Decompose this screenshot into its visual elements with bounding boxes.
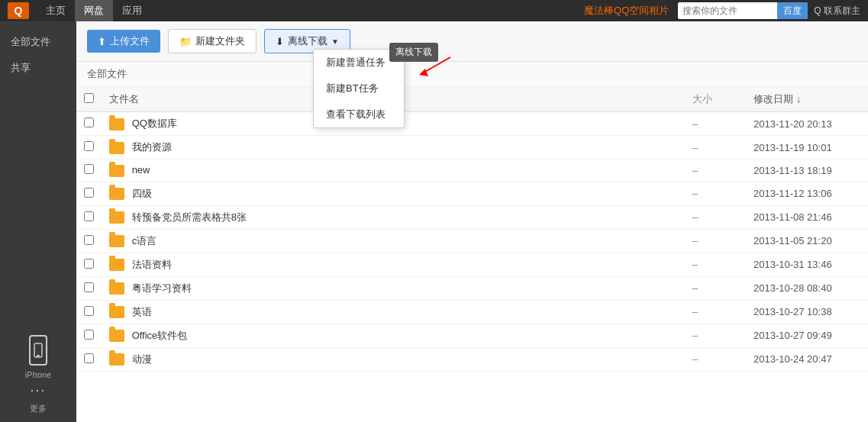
nav-apps[interactable]: 应用 [113,0,151,21]
row-size: – [685,300,746,324]
newfolder-button[interactable]: 📁 新建文件夹 [168,29,257,53]
table-row: 法语资料 – 2013-10-31 13:46 [76,253,868,276]
folder-icon [109,211,124,224]
table-row: 粤语学习资料 – 2013-10-28 08:40 [76,276,868,300]
table-row: 英语 – 2013-10-27 10:38 [76,300,868,324]
row-size: – [685,136,746,159]
row-name-cell[interactable]: 法语资料 [102,253,685,276]
upload-button[interactable]: ⬆ 上传文件 [87,30,160,53]
content-area: ⬆ 上传文件 📁 新建文件夹 ⬇ 离线下载 ▼ 新建普通任务 新建BT任务 查看… [76,21,868,422]
dropdown-item-new-task[interactable]: 新建普通任务 [314,50,404,76]
table-row: Office软件包 – 2013-10-27 09:49 [76,324,868,347]
row-checkbox-cell [76,324,102,347]
row-checkbox[interactable] [84,164,94,174]
row-checkbox[interactable] [84,306,94,316]
offline-label: 离线下载 [288,34,328,48]
sort-icon: ↓ [796,93,802,105]
search-button[interactable]: 百度 [777,2,808,19]
table-row: c语言 – 2013-11-05 21:20 [76,229,868,253]
sidebar-bottom: iPhone ··· 更多 [0,327,76,422]
iphone-label: iPhone [25,370,51,379]
table-row: QQ数据库 – 2013-11-20 20:13 [76,112,868,136]
row-checkbox[interactable] [84,259,94,269]
table-row: new – 2013-11-13 18:19 [76,159,868,182]
row-checkbox-cell [76,229,102,253]
row-date: 2013-10-28 08:40 [746,276,868,300]
search-box: 百度 [678,2,808,19]
table-row: 动漫 – 2013-10-24 20:47 [76,347,868,371]
row-name-cell[interactable]: 动漫 [102,347,685,371]
search-input[interactable] [678,2,777,19]
row-name-cell[interactable]: 我的资源 [102,136,685,159]
row-checkbox-cell [76,112,102,136]
row-name-cell[interactable]: 英语 [102,300,685,324]
user-info: Q 联系群主 [814,5,860,18]
row-date: 2013-10-24 20:47 [746,347,868,371]
select-all-checkbox[interactable] [84,93,94,103]
row-name-cell[interactable]: new [102,159,685,182]
row-checkbox-cell [76,300,102,324]
toolbar: ⬆ 上传文件 📁 新建文件夹 ⬇ 离线下载 ▼ 新建普通任务 新建BT任务 查看… [76,21,868,62]
folder-icon [109,188,124,200]
dropdown-arrow-icon: ▼ [331,37,339,46]
newfolder-label: 新建文件夹 [195,34,245,48]
row-checkbox[interactable] [84,188,94,198]
nav-netdisk[interactable]: 网盘 [75,0,113,21]
folder-icon [109,306,124,318]
file-table: 文件名 大小 修改日期 ↓ QQ数据库 – 2013-11 [76,87,868,372]
row-date: 2013-11-12 13:06 [746,182,868,205]
row-name-cell[interactable]: c语言 [102,229,685,253]
table-row: 我的资源 – 2013-11-19 10:01 [76,136,868,159]
row-checkbox[interactable] [84,141,94,151]
row-name-cell[interactable]: 转预备党员所需表格共8张 [102,205,685,229]
row-date: 2013-10-31 13:46 [746,253,868,276]
row-checkbox[interactable] [84,235,94,245]
top-nav: Q 主页 网盘 应用 魔法棒QQ空间相片 百度 Q 联系群主 [0,0,868,21]
col-header-size: 大小 [685,87,746,112]
more-button[interactable]: ··· [30,382,46,398]
row-checkbox-cell [76,136,102,159]
sidebar-item-all-files[interactable]: 全部文件 [0,29,76,55]
download-icon: ⬇ [276,36,284,47]
row-size: – [685,276,746,300]
table-header-row: 文件名 大小 修改日期 ↓ [76,87,868,112]
folder-icon [109,259,124,271]
row-name: QQ数据库 [132,118,177,129]
row-size: – [685,229,746,253]
nav-promo[interactable]: 魔法棒QQ空间相片 [575,0,678,21]
upload-icon: ⬆ [98,36,106,47]
sidebar: 全部文件 共享 iPhone ··· 更多 [0,21,76,422]
dropdown-item-view-list[interactable]: 查看下载列表 [314,101,404,127]
folder-icon [109,142,124,154]
row-checkbox[interactable] [84,282,94,292]
row-date: 2013-11-19 10:01 [746,136,868,159]
row-name: Office软件包 [132,330,188,341]
row-checkbox-cell [76,253,102,276]
row-checkbox[interactable] [84,118,94,127]
row-name: 转预备党员所需表格共8张 [132,211,247,223]
col-header-date[interactable]: 修改日期 ↓ [746,87,868,112]
row-name: 动漫 [132,353,152,365]
folder-icon [109,118,124,130]
row-checkbox[interactable] [84,211,94,221]
row-name-cell[interactable]: 粤语学习资料 [102,276,685,300]
svg-rect-1 [37,355,40,356]
dropdown-item-bt-task[interactable]: 新建BT任务 [314,76,404,101]
row-name-cell[interactable]: Office软件包 [102,324,685,347]
row-name-cell[interactable]: 四级 [102,182,685,205]
row-size: – [685,205,746,229]
upload-label: 上传文件 [110,34,150,48]
breadcrumb: 全部文件 [76,62,868,87]
col-header-checkbox [76,87,102,112]
table-row: 转预备党员所需表格共8张 – 2013-11-08 21:46 [76,205,868,229]
nav-logo: Q [8,2,29,19]
row-date: 2013-11-08 21:46 [746,205,868,229]
row-checkbox[interactable] [84,330,94,340]
row-checkbox[interactable] [84,353,94,363]
nav-home[interactable]: 主页 [37,0,75,21]
row-name: 四级 [132,188,152,199]
sidebar-item-share[interactable]: 共享 [0,55,76,81]
folder-icon [109,330,124,342]
iphone-icon [29,335,47,366]
row-date: 2013-10-27 09:49 [746,324,868,347]
